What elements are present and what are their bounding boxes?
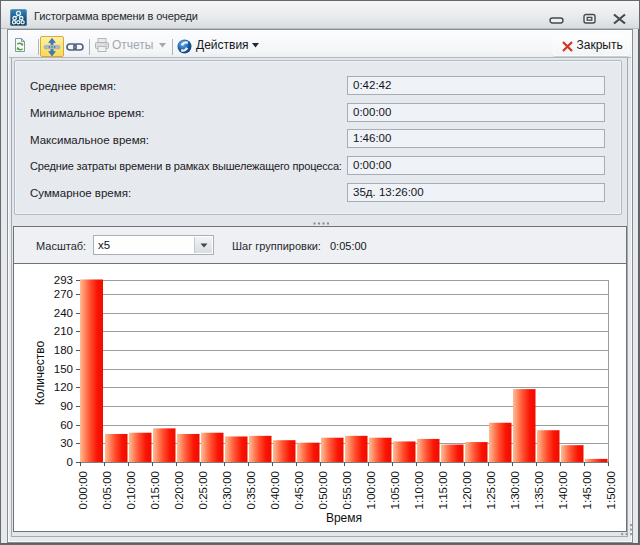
svg-text:0:15:00: 0:15:00	[149, 471, 161, 509]
svg-text:0:20:00: 0:20:00	[173, 471, 185, 509]
svg-text:60: 60	[60, 419, 73, 431]
svg-text:0: 0	[67, 456, 73, 468]
svg-text:1:50:00: 1:50:00	[605, 471, 617, 509]
svg-text:1:10:00: 1:10:00	[413, 471, 425, 509]
svg-text:Количество: Количество	[33, 340, 47, 405]
svg-text:293: 293	[54, 274, 73, 286]
svg-text:120: 120	[54, 381, 73, 393]
svg-text:150: 150	[54, 363, 73, 375]
svg-text:Время: Время	[326, 511, 362, 525]
svg-text:30: 30	[60, 437, 73, 449]
svg-text:180: 180	[54, 344, 73, 356]
svg-text:0:30:00: 0:30:00	[221, 471, 233, 509]
svg-text:1:30:00: 1:30:00	[509, 471, 521, 509]
svg-text:270: 270	[54, 288, 73, 300]
svg-text:1:00:00: 1:00:00	[365, 471, 377, 509]
svg-text:0:45:00: 0:45:00	[293, 471, 305, 509]
svg-text:1:15:00: 1:15:00	[437, 471, 449, 509]
svg-text:1:05:00: 1:05:00	[389, 471, 401, 509]
svg-text:90: 90	[60, 400, 73, 412]
svg-text:1:45:00: 1:45:00	[581, 471, 593, 509]
svg-text:240: 240	[54, 307, 73, 319]
svg-text:0:05:00: 0:05:00	[101, 471, 113, 509]
svg-text:0:00:00: 0:00:00	[77, 471, 89, 509]
svg-text:0:50:00: 0:50:00	[317, 471, 329, 509]
svg-text:0:35:00: 0:35:00	[245, 471, 257, 509]
svg-text:1:35:00: 1:35:00	[533, 471, 545, 509]
svg-text:0:10:00: 0:10:00	[125, 471, 137, 509]
svg-text:1:40:00: 1:40:00	[557, 471, 569, 509]
svg-text:0:55:00: 0:55:00	[341, 471, 353, 509]
svg-text:1:20:00: 1:20:00	[461, 471, 473, 509]
svg-text:210: 210	[54, 325, 73, 337]
svg-text:1:25:00: 1:25:00	[485, 471, 497, 509]
svg-text:0:40:00: 0:40:00	[269, 471, 281, 509]
svg-text:0:25:00: 0:25:00	[197, 471, 209, 509]
